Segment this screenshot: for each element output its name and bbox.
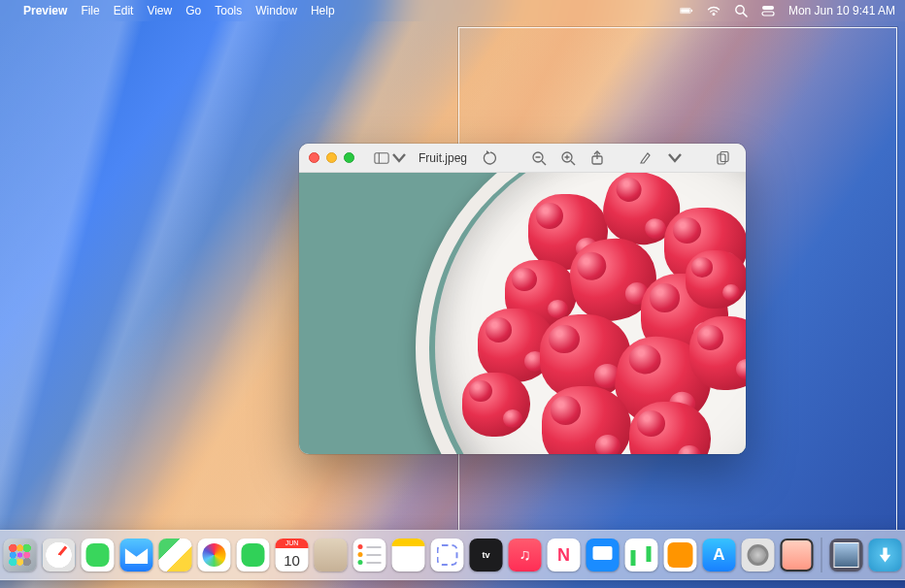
menu-bar: Preview File Edit View Go Tools Window H… — [0, 0, 905, 21]
menu-window[interactable]: Window — [255, 4, 297, 17]
dock-photos-icon[interactable] — [198, 539, 231, 572]
dock-reminders-icon[interactable] — [353, 539, 386, 572]
dock-mail-icon[interactable] — [120, 539, 153, 572]
svg-rect-6 — [762, 12, 774, 16]
dock-freeform-icon[interactable] — [431, 539, 464, 572]
zoom-out-button[interactable] — [531, 150, 547, 166]
svg-rect-19 — [721, 151, 728, 161]
dock-facetime-icon[interactable] — [237, 539, 270, 572]
dock-launchpad-icon[interactable] — [4, 539, 37, 572]
dock-safari-icon[interactable] — [43, 539, 76, 572]
control-center-icon[interactable] — [761, 4, 775, 17]
calendar-month-label: JUN — [276, 539, 309, 548]
svg-rect-5 — [762, 6, 774, 10]
svg-line-15 — [571, 161, 575, 165]
battery-icon[interactable] — [680, 4, 693, 17]
sidebar-toggle-button[interactable] — [374, 150, 407, 166]
highlight-button[interactable] — [638, 150, 654, 166]
dock-maps-icon[interactable] — [159, 539, 192, 572]
appletv-label: tv — [482, 550, 489, 560]
dock-appletv-icon[interactable]: tv — [470, 539, 503, 572]
svg-line-11 — [542, 161, 546, 165]
preview-window[interactable]: Fruit.jpeg — [299, 144, 746, 454]
window-titlebar[interactable]: Fruit.jpeg — [299, 144, 746, 173]
dock-appstore-icon[interactable] — [703, 539, 736, 572]
dock-calendar-icon[interactable]: JUN 10 — [276, 539, 309, 572]
menu-view[interactable]: View — [147, 4, 172, 17]
window-close-button[interactable] — [309, 152, 319, 163]
copy-button[interactable] — [716, 150, 731, 166]
dock-messages-icon[interactable] — [82, 539, 115, 572]
svg-rect-7 — [375, 152, 388, 163]
dock-settings-icon[interactable] — [742, 539, 775, 572]
zoom-in-button[interactable] — [560, 150, 576, 166]
rotate-left-button[interactable] — [483, 150, 498, 166]
menu-go[interactable]: Go — [185, 4, 201, 17]
wifi-icon[interactable] — [707, 4, 721, 17]
dock-numbers-icon[interactable] — [625, 539, 658, 572]
window-zoom-button[interactable] — [344, 152, 354, 163]
dock-keynote-icon[interactable] — [587, 539, 620, 572]
image-viewport[interactable] — [299, 173, 746, 454]
dock-contacts-icon[interactable] — [315, 539, 348, 572]
dock-preview-thumbnail-icon[interactable] — [830, 539, 863, 572]
svg-rect-18 — [718, 154, 725, 164]
dock-separator — [821, 538, 822, 572]
markup-toggle-button[interactable] — [745, 150, 746, 166]
spotlight-icon[interactable] — [734, 4, 748, 17]
svg-rect-1 — [681, 9, 689, 13]
menu-tools[interactable]: Tools — [215, 4, 242, 17]
share-button[interactable] — [589, 150, 605, 166]
dock-notes-icon[interactable] — [392, 539, 425, 572]
highlight-menu-chevron-icon[interactable] — [667, 150, 683, 166]
dock-music-icon[interactable] — [509, 539, 542, 572]
calendar-day-label: 10 — [276, 548, 309, 572]
dock-pages-icon[interactable] — [664, 539, 697, 572]
dock-iphone-mirroring-icon[interactable] — [781, 539, 814, 572]
dock: JUN 10 tv — [0, 530, 905, 580]
svg-line-4 — [743, 13, 747, 16]
menu-edit[interactable]: Edit — [114, 4, 134, 17]
app-menu[interactable]: Preview — [23, 4, 67, 17]
window-minimize-button[interactable] — [326, 152, 337, 163]
menu-file[interactable]: File — [81, 4, 99, 17]
menu-clock[interactable]: Mon Jun 10 9:41 AM — [788, 4, 895, 17]
dock-news-icon[interactable] — [548, 539, 581, 572]
window-title: Fruit.jpeg — [419, 151, 467, 165]
menu-help[interactable]: Help — [311, 4, 335, 17]
dock-downloads-icon[interactable] — [869, 539, 902, 572]
svg-rect-2 — [691, 10, 692, 12]
image-content-raspberries — [299, 173, 746, 454]
